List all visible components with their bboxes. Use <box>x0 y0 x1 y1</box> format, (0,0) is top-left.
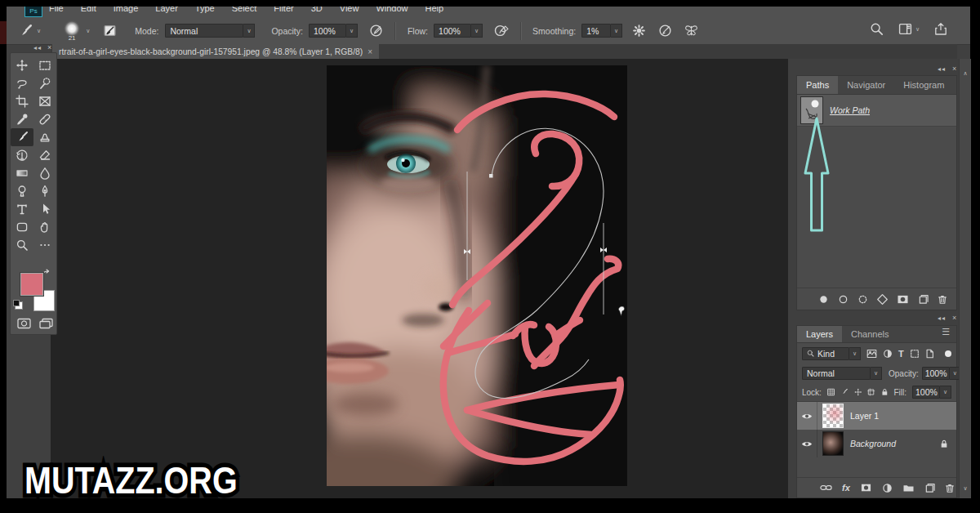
lock-pixels-icon[interactable] <box>840 387 848 397</box>
menu-layer[interactable]: Layer <box>155 7 178 16</box>
default-colors-icon[interactable] <box>15 301 23 310</box>
lock-position-icon[interactable] <box>854 387 862 397</box>
tab-layers[interactable]: Layers <box>797 326 842 342</box>
add-mask-button[interactable] <box>897 294 909 305</box>
close-paths-dock-icon[interactable]: × <box>952 65 956 73</box>
tool-frame[interactable] <box>33 92 56 110</box>
tool-type[interactable] <box>11 200 33 218</box>
layer1-thumbnail[interactable] <box>822 404 844 428</box>
layer-lock-icon[interactable] <box>940 439 948 448</box>
visibility-cell[interactable] <box>797 430 817 457</box>
background-thumbnail[interactable] <box>822 431 844 456</box>
collapse-layers-dock-icon[interactable]: ◂◂ <box>938 314 946 322</box>
tool-history-brush[interactable] <box>11 146 33 164</box>
filter-type-select[interactable]: Kind ∨ <box>802 347 861 360</box>
airbrush-button[interactable] <box>494 24 509 38</box>
stroke-path-button[interactable] <box>838 294 849 305</box>
opacity-select[interactable]: 100% ∨ <box>309 24 358 38</box>
opacity-pressure-button[interactable] <box>369 24 383 38</box>
smoothing-select[interactable]: 1% ∨ <box>581 24 622 38</box>
dock-scrollbar[interactable]: ∧ ∨ <box>959 59 971 498</box>
tool-move[interactable] <box>11 56 33 74</box>
toggle-brush-settings-button[interactable] <box>103 24 117 38</box>
menu-window[interactable]: Window <box>376 7 408 16</box>
layer-row-background[interactable]: Background <box>797 430 956 457</box>
tool-quick-selection[interactable] <box>33 74 56 92</box>
tool-preset-picker[interactable]: ∨ <box>18 24 41 38</box>
screen-mode-button[interactable] <box>39 318 53 329</box>
tool-lasso[interactable] <box>11 74 33 92</box>
make-work-path-button[interactable] <box>877 294 888 305</box>
menu-help[interactable]: Help <box>425 7 444 16</box>
menu-image[interactable]: Image <box>114 7 139 16</box>
tool-hand[interactable] <box>33 218 56 236</box>
tool-pen[interactable] <box>33 182 56 200</box>
tool-shape[interactable] <box>11 218 33 236</box>
menu-file[interactable]: File <box>49 7 64 16</box>
document-tab[interactable]: rtrait-of-a-girl-eyes-black-background-g… <box>52 44 379 59</box>
tab-channels[interactable]: Channels <box>842 326 898 342</box>
brush-preset-picker[interactable]: 21 ∨ <box>62 20 90 42</box>
filter-shape-layers-icon[interactable] <box>910 349 920 359</box>
tab-navigator[interactable]: Navigator <box>838 76 894 94</box>
lock-transparency-icon[interactable] <box>827 387 835 397</box>
tool-zoom[interactable] <box>11 236 33 254</box>
lock-all-icon[interactable] <box>881 387 889 397</box>
photoshop-logo[interactable]: Ps <box>24 7 42 17</box>
filter-pixel-layers-icon[interactable] <box>866 349 877 359</box>
symmetry-butterfly-button[interactable] <box>684 24 699 38</box>
tool-rectangular-marquee[interactable] <box>33 56 56 74</box>
lock-artboard-icon[interactable] <box>867 387 875 397</box>
add-layer-mask-button[interactable] <box>860 483 872 493</box>
layer-opacity-select[interactable]: 100% ∨ <box>922 367 961 380</box>
menu-filter[interactable]: Filter <box>274 7 293 16</box>
collapse-paths-dock-icon[interactable]: ◂◂ <box>938 65 946 73</box>
tab-paths[interactable]: Paths <box>797 76 838 94</box>
tab-histogram[interactable]: Histogram <box>894 76 953 94</box>
scroll-up-icon[interactable]: ∧ <box>960 70 971 77</box>
filter-adjustment-layers-icon[interactable] <box>883 349 893 359</box>
tool-clone-stamp[interactable] <box>33 128 56 146</box>
workspace-switcher[interactable]: ∨ <box>898 22 920 36</box>
panel-menu-icon[interactable]: ☰ <box>935 326 956 342</box>
mode-select[interactable]: Normal ∨ <box>165 24 255 38</box>
tool-blur[interactable] <box>33 164 56 182</box>
flow-select[interactable]: 100% ∨ <box>434 24 483 38</box>
menu-select[interactable]: Select <box>232 7 257 16</box>
tool-path-selection[interactable] <box>33 200 56 218</box>
filter-smart-objects-icon[interactable] <box>925 349 934 359</box>
tool-eyedropper[interactable] <box>11 110 33 128</box>
menu-type[interactable]: Type <box>195 7 215 16</box>
layer-row-layer1[interactable]: Layer 1 <box>797 402 956 430</box>
size-pressure-button[interactable] <box>658 24 672 38</box>
visibility-cell[interactable] <box>797 402 817 430</box>
close-tab-icon[interactable]: × <box>368 47 372 56</box>
delete-layer-button[interactable] <box>945 483 955 493</box>
collapse-toolbar-icon[interactable]: ◂◂ <box>33 44 42 51</box>
fill-path-button[interactable] <box>818 294 829 305</box>
layer-style-button[interactable]: fx <box>842 483 850 493</box>
open-document[interactable] <box>327 65 627 486</box>
filtering-toggle[interactable] <box>945 350 951 357</box>
tool-eraser[interactable] <box>33 146 56 164</box>
link-layers-button[interactable] <box>820 484 832 492</box>
menu-edit[interactable]: Edit <box>81 7 96 16</box>
tool-crop[interactable] <box>11 92 33 110</box>
share-icon[interactable] <box>934 22 947 36</box>
fill-select[interactable]: 100% ∨ <box>912 386 951 399</box>
tool-gradient[interactable] <box>11 164 33 182</box>
tool-dodge[interactable] <box>11 182 33 200</box>
quick-mask-button[interactable] <box>17 318 31 329</box>
close-toolbar-icon[interactable]: × <box>47 43 51 51</box>
new-path-button[interactable] <box>918 294 929 305</box>
menu-view[interactable]: View <box>340 7 359 16</box>
add-adjustment-layer-button[interactable] <box>882 483 893 493</box>
load-selection-button[interactable] <box>858 294 868 305</box>
tool-spot-healing-brush[interactable] <box>33 110 56 128</box>
delete-path-button[interactable] <box>938 294 947 305</box>
smoothing-options-gear-button[interactable] <box>633 25 645 37</box>
new-layer-button[interactable] <box>924 483 935 493</box>
new-group-button[interactable] <box>902 483 915 493</box>
search-icon[interactable] <box>870 22 884 36</box>
foreground-color-swatch[interactable] <box>20 273 43 296</box>
